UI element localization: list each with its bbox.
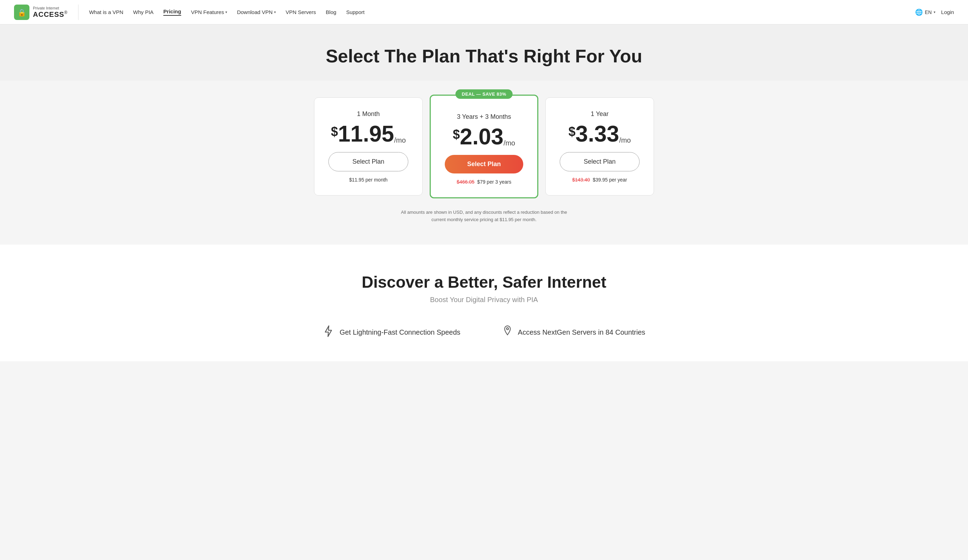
one-year-currency: $ (569, 126, 575, 138)
nav-vpn-features[interactable]: VPN Features ▾ (191, 9, 227, 15)
one-month-duration: 1 Month (328, 110, 408, 118)
bottom-title: Discover a Better, Safer Internet (7, 273, 961, 292)
nav-links: What is a VPN Why PIA Pricing VPN Featur… (89, 8, 915, 16)
three-years-price-integer: 2 (460, 126, 472, 148)
svg-marker-2 (325, 326, 332, 336)
nav-vpn-servers[interactable]: VPN Servers (286, 9, 316, 15)
pricing-section: 1 Month $ 11 .95 /mo Select Plan $11.95 … (0, 81, 968, 245)
logo-access: ACCESS® (33, 10, 68, 18)
lightning-speed-label: Get Lightning-Fast Connection Speeds (340, 328, 461, 336)
location-pin-icon (502, 325, 512, 340)
nav-why-pia[interactable]: Why PIA (133, 9, 154, 15)
hero-section: Select The Plan That's Right For You (0, 25, 968, 81)
one-month-price-integer: 11 (338, 123, 363, 145)
one-year-duration: 1 Year (560, 110, 640, 118)
main-nav: 🔒 Private Internet ACCESS® What is a VPN… (0, 0, 968, 25)
logo-text: Private Internet ACCESS® (33, 6, 68, 18)
lightning-icon (323, 325, 334, 340)
three-years-original-price: $466.05 (457, 179, 474, 185)
one-month-per-mo: /mo (394, 137, 406, 144)
one-month-price-decimal: .95 (363, 123, 394, 145)
nextgen-servers-label: Access NextGen Servers in 84 Countries (518, 328, 646, 336)
feature-nextgen-servers: Access NextGen Servers in 84 Countries (502, 325, 646, 340)
language-selector[interactable]: 🌐 EN ▾ (915, 8, 935, 16)
three-years-select-button[interactable]: Select Plan (445, 155, 523, 174)
three-years-price-decimal: .03 (472, 126, 504, 148)
one-year-per-mo: /mo (619, 137, 631, 144)
one-year-billing: $143.40 $39.95 per year (560, 177, 640, 182)
feature-lightning-speed: Get Lightning-Fast Connection Speeds (323, 325, 461, 340)
three-years-price: $ 2 .03 /mo (445, 126, 523, 148)
one-year-price-decimal: .33 (588, 123, 619, 145)
logo-private: Private Internet (33, 6, 68, 10)
three-years-currency: $ (453, 128, 460, 141)
bottom-section: Discover a Better, Safer Internet Boost … (0, 245, 968, 361)
hero-title: Select The Plan That's Right For You (7, 46, 961, 66)
nav-pricing[interactable]: Pricing (163, 8, 181, 16)
one-month-currency: $ (331, 126, 338, 138)
language-label: EN (925, 10, 932, 15)
one-year-billing-text: $39.95 per year (593, 177, 627, 182)
three-years-billing: $466.05 $79 per 3 years (445, 179, 523, 185)
one-year-original-price: $143.40 (572, 177, 590, 182)
nav-right: 🌐 EN ▾ Login (915, 8, 954, 16)
plan-card-one-month: 1 Month $ 11 .95 /mo Select Plan $11.95 … (314, 98, 423, 196)
plan-card-one-year: 1 Year $ 3 .33 /mo Select Plan $143.40 $… (545, 98, 654, 196)
one-month-select-button[interactable]: Select Plan (328, 152, 408, 171)
svg-point-3 (506, 328, 509, 330)
features-row: Get Lightning-Fast Connection Speeds Acc… (7, 325, 961, 340)
three-years-billing-text: $79 per 3 years (477, 179, 511, 185)
nav-download-vpn[interactable]: Download VPN ▾ (237, 9, 276, 15)
pricing-note: All amounts are shown in USD, and any di… (400, 209, 568, 224)
nav-support[interactable]: Support (346, 9, 365, 15)
nav-what-is-vpn[interactable]: What is a VPN (89, 9, 123, 15)
vpn-features-dropdown-arrow: ▾ (225, 10, 227, 14)
bottom-subtitle: Boost Your Digital Privacy with PIA (7, 296, 961, 304)
language-dropdown-arrow: ▾ (934, 10, 935, 14)
three-years-per-mo: /mo (504, 139, 515, 146)
download-vpn-dropdown-arrow: ▾ (274, 10, 276, 14)
svg-text:🔒: 🔒 (18, 8, 26, 17)
globe-icon: 🌐 (915, 8, 923, 16)
pia-logo-icon: 🔒 (14, 5, 30, 20)
logo[interactable]: 🔒 Private Internet ACCESS® (14, 5, 78, 20)
nav-blog[interactable]: Blog (326, 9, 336, 15)
one-month-billing-text: $11.95 per month (349, 177, 388, 182)
three-years-duration: 3 Years + 3 Months (445, 113, 523, 121)
one-month-price: $ 11 .95 /mo (328, 123, 408, 145)
plans-container: 1 Month $ 11 .95 /mo Select Plan $11.95 … (314, 94, 654, 198)
one-year-select-button[interactable]: Select Plan (560, 152, 640, 171)
one-year-price: $ 3 .33 /mo (560, 123, 640, 145)
one-month-billing: $11.95 per month (328, 177, 408, 182)
deal-badge: DEAL — SAVE 83% (456, 89, 513, 99)
plan-card-three-years: DEAL — SAVE 83% 3 Years + 3 Months $ 2 .… (430, 94, 538, 198)
one-year-price-integer: 3 (575, 123, 588, 145)
login-button[interactable]: Login (941, 9, 954, 15)
